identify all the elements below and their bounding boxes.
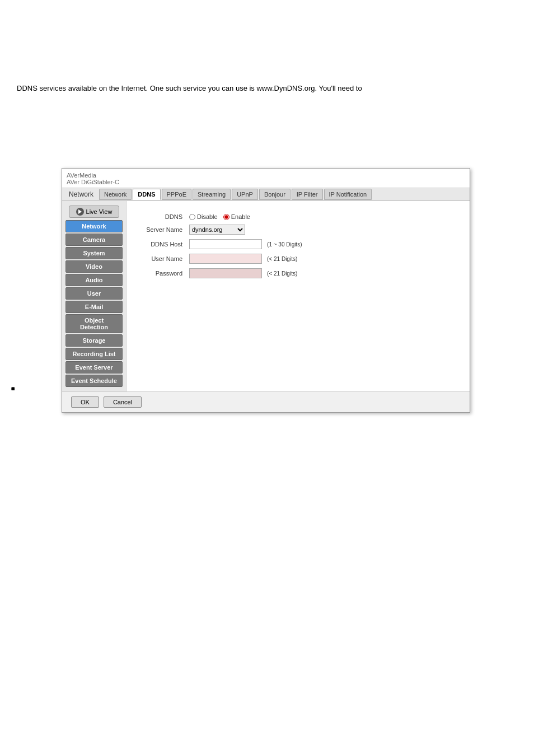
bullet-list <box>11 381 20 384</box>
tab-streaming[interactable]: Streaming <box>193 189 231 200</box>
sidebar-item-network[interactable]: Network <box>65 220 123 232</box>
ddns-host-hint: (1 ~ 30 Digits) <box>267 241 302 248</box>
sidebar-item-recording-list[interactable]: Recording List <box>65 348 123 360</box>
user-name-cell: (< 21 Digits) <box>186 251 306 266</box>
tab-ip-filter[interactable]: IP Filter <box>292 189 323 200</box>
password-hint: (< 21 Digits) <box>267 270 297 277</box>
password-label: Password <box>135 266 186 281</box>
user-name-hint: (< 21 Digits) <box>267 256 297 262</box>
tab-upnp[interactable]: UPnP <box>232 189 258 200</box>
sidebar-item-user[interactable]: User <box>65 287 123 300</box>
sidebar-item-storage[interactable]: Storage <box>65 334 123 347</box>
ddns-radio-group: Disable Enable <box>186 211 306 222</box>
live-view-label: Live View <box>86 208 113 215</box>
logo-bar: AVerMedia AVer DiGiStabler-C <box>62 169 470 188</box>
button-bar: OK Cancel <box>62 391 470 412</box>
intro-text: DDNS services available on the Internet.… <box>17 84 362 92</box>
logo-subtitle: AVer DiGiStabler-C <box>67 179 465 185</box>
sidebar-item-event-server[interactable]: Event Server <box>65 361 123 374</box>
tab-ddns[interactable]: DDNS <box>133 189 160 200</box>
live-view-button[interactable]: Live View <box>69 206 119 218</box>
tab-pppoe[interactable]: PPPoE <box>162 189 191 200</box>
sidebar-item-email[interactable]: E-Mail <box>65 301 123 313</box>
ddns-form: DDNS Disable Enable <box>135 211 306 281</box>
sidebar-item-camera[interactable]: Camera <box>65 234 123 246</box>
main-window: AVerMedia AVer DiGiStabler-C Network Net… <box>62 168 470 413</box>
password-input[interactable] <box>189 268 262 278</box>
ddns-disable-radio[interactable] <box>189 214 195 220</box>
sidebar-item-event-schedule[interactable]: Event Schedule <box>65 375 123 387</box>
tab-bonjour[interactable]: Bonjour <box>259 189 291 200</box>
logo-text: AVerMedia <box>67 172 465 179</box>
ddns-disable-option[interactable]: Disable <box>189 213 218 220</box>
content-area: DDNS Disable Enable <box>127 201 470 391</box>
server-name-select[interactable]: dyndns.org <box>189 225 245 235</box>
network-tab-label: Network <box>64 188 98 200</box>
server-name-value: dyndns.org <box>186 222 306 237</box>
sidebar-item-object-detection[interactable]: Object Detection <box>65 314 123 333</box>
password-cell: (< 21 Digits) <box>186 266 306 281</box>
play-icon <box>76 208 84 216</box>
tab-ip-notification[interactable]: IP Notification <box>324 189 372 200</box>
ddns-host-cell: (1 ~ 30 Digits) <box>186 237 306 251</box>
tab-network[interactable]: Network <box>99 189 132 200</box>
ddns-field-label: DDNS <box>135 211 186 222</box>
tab-bar: Network Network DDNS PPPoE Streaming UPn… <box>62 188 470 201</box>
cancel-button[interactable]: Cancel <box>104 396 142 408</box>
user-name-label: User Name <box>135 251 186 266</box>
avermedia-logo: AVerMedia AVer DiGiStabler-C <box>67 172 465 185</box>
ddns-enable-radio[interactable] <box>223 214 229 220</box>
sidebar-item-video[interactable]: Video <box>65 260 123 273</box>
ddns-host-input[interactable] <box>189 239 262 249</box>
user-name-input[interactable] <box>189 254 262 264</box>
sidebar-item-audio[interactable]: Audio <box>65 274 123 286</box>
ddns-enable-option[interactable]: Enable <box>223 213 250 220</box>
ok-button[interactable]: OK <box>71 396 99 408</box>
sidebar-item-system[interactable]: System <box>65 247 123 259</box>
sidebar: Live View Network Camera System Video Au… <box>62 201 127 391</box>
ddns-disable-label: Disable <box>197 213 218 220</box>
body-area: Live View Network Camera System Video Au… <box>62 201 470 391</box>
ddns-enable-label: Enable <box>231 213 250 220</box>
ddns-host-label: DDNS Host <box>135 237 186 251</box>
server-name-label: Server Name <box>135 222 186 237</box>
